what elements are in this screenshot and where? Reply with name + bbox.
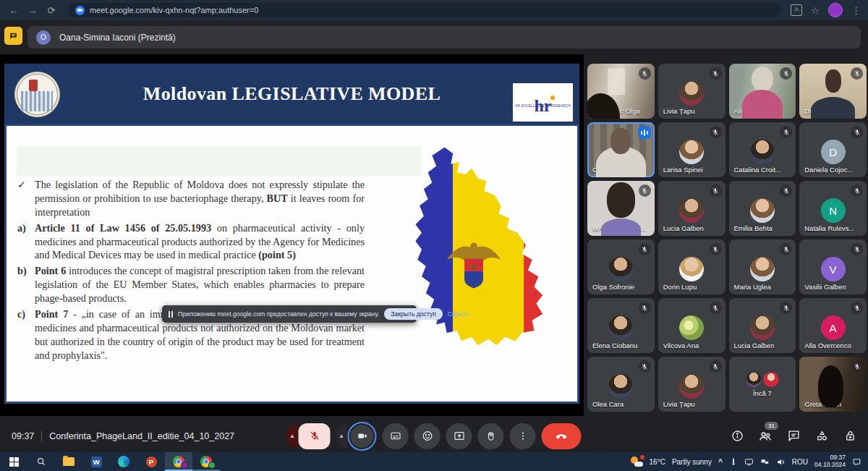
people-button[interactable]: 31 — [757, 428, 773, 444]
participant-tile[interactable]: Lucia Galben — [729, 298, 796, 353]
pause-icon[interactable] — [169, 311, 173, 318]
presenter-banner[interactable]: O Oana-Simina Iaconi (Prezintă) — [27, 26, 861, 48]
emoji-icon — [421, 430, 433, 442]
participant-tile[interactable]: Burduniuc Olga — [587, 64, 655, 119]
participant-tile[interactable]: Elena Ciobanu — [587, 298, 655, 353]
participant-tile[interactable]: DDaniela Cojoc... — [799, 122, 867, 177]
usb-device-icon[interactable] — [729, 457, 738, 466]
participant-name: Lucia Galben — [663, 224, 704, 232]
reactions-button[interactable] — [414, 423, 441, 449]
bookmark-star-icon[interactable]: ☆ — [811, 5, 820, 16]
slide-body: ✓The legislation of the Republic of Mold… — [4, 124, 579, 404]
mic-off-icon — [710, 243, 722, 255]
screen: { "browser": { "url": "meet.google.com/k… — [0, 0, 868, 471]
participant-tile[interactable]: Livia Țapu — [658, 64, 726, 119]
participant-tile[interactable]: Emilia Behta — [729, 181, 796, 236]
participant-name: MARIA EUGEN... — [592, 224, 646, 232]
cast-display-icon[interactable] — [744, 457, 754, 467]
address-bar[interactable]: meet.google.com/kiv-qxhn-nqt?amp;authuse… — [68, 3, 780, 17]
overflow-avatars — [746, 372, 778, 387]
taskbar-chrome-active[interactable] — [165, 452, 192, 471]
activities-button[interactable] — [814, 428, 830, 444]
mic-off-icon — [639, 67, 651, 80]
participant-initial-avatar: D — [821, 140, 846, 164]
network-icon[interactable] — [760, 457, 770, 467]
folder-icon — [63, 457, 75, 466]
word-icon: W — [91, 457, 102, 467]
weather-temp[interactable]: 16°C — [650, 458, 665, 466]
participant-name: Maria Uglea — [734, 283, 771, 291]
reload-icon[interactable]: ⟳ — [45, 5, 58, 16]
participant-tile[interactable]: Vilcova Ana — [658, 298, 726, 353]
presenter-avatar: O — [36, 30, 51, 45]
back-icon[interactable]: ← — [7, 5, 20, 16]
participant-tile[interactable]: Oana-Simina I... — [587, 122, 655, 177]
people-icon — [758, 429, 773, 444]
browser-menu-icon[interactable]: ⋮ — [851, 5, 861, 16]
taskbar-chrome-second[interactable] — [192, 452, 220, 471]
participant-tile[interactable]: AAlla Overcenco — [799, 298, 867, 353]
browser-profile-avatar[interactable] — [828, 3, 843, 17]
participant-grid: Burduniuc OlgaLivia ȚapuAlina FerdohlebD… — [587, 64, 867, 412]
participant-tile[interactable]: NNatalia Rulevs... — [799, 181, 867, 236]
forward-icon[interactable]: → — [26, 5, 39, 16]
raise-hand-icon — [485, 430, 497, 442]
host-controls-button[interactable] — [842, 428, 858, 444]
participant-tile[interactable]: Livia Țapu — [658, 357, 726, 412]
slide-title: Moldovan LEGISLATIVE MODEL — [143, 83, 441, 105]
action-center-icon[interactable] — [852, 457, 861, 467]
taskbar-edge[interactable] — [110, 452, 137, 471]
camera-button[interactable] — [351, 425, 374, 448]
chat-button[interactable] — [786, 428, 801, 444]
mic-mute-button[interactable] — [299, 423, 331, 449]
captions-button[interactable] — [383, 423, 409, 449]
participant-tile[interactable]: Alina Ferdohleb — [729, 64, 796, 119]
taskbar-file-explorer[interactable] — [55, 452, 82, 471]
raise-hand-button[interactable] — [478, 423, 504, 449]
info-icon — [731, 429, 744, 443]
participant-tile[interactable]: Maria Uglea — [729, 239, 796, 294]
participant-avatar — [679, 198, 704, 223]
stop-sharing-button[interactable]: Закрыть доступ — [384, 308, 443, 320]
taskbar-search-button[interactable] — [27, 452, 55, 471]
slide-bullet: a)Article 11 of Law 1456 of 25.05.1993 o… — [17, 221, 365, 263]
taskbar-clock[interactable]: 09:37 04.10.2024 — [814, 454, 846, 469]
info-button[interactable] — [729, 428, 745, 444]
taskbar-powerpoint[interactable]: P — [137, 452, 165, 471]
participant-tile[interactable]: Olga Sofronie — [587, 239, 655, 294]
camera-options-chevron-icon[interactable]: ▲ — [336, 424, 347, 448]
participant-tile[interactable]: Olea Cara — [587, 357, 655, 412]
participant-tile[interactable]: Larisa Spinei — [658, 122, 726, 177]
taskbar-word[interactable]: W — [82, 452, 110, 471]
annotation-extension-icon[interactable] — [4, 27, 22, 45]
participant-tile[interactable]: Încă 7 — [729, 357, 796, 412]
meet-window: O Oana-Simina Iaconi (Prezintă) Moldovan… — [0, 20, 868, 452]
present-screen-button[interactable] — [446, 423, 472, 449]
participant-tile[interactable]: Dorin Lupu — [658, 239, 726, 294]
participant-name: Dorin Lupu — [663, 283, 697, 291]
translate-icon[interactable]: A — [791, 4, 802, 16]
end-call-button[interactable] — [542, 423, 582, 449]
tray-expand-icon[interactable]: ^ — [718, 458, 723, 466]
more-options-button[interactable] — [510, 423, 536, 449]
captions-icon — [389, 430, 401, 442]
participant-tile[interactable]: Greta Balan — [799, 357, 867, 412]
participant-avatar — [750, 315, 775, 340]
start-button[interactable] — [0, 452, 27, 471]
participant-tile[interactable]: Dmitri Iunac — [799, 64, 867, 119]
weather-desc[interactable]: Partly sunny — [672, 458, 712, 466]
system-tray: 16°C Partly sunny ^ ROU 09:37 04.10.2024 — [631, 454, 868, 469]
volume-icon[interactable] — [776, 457, 786, 467]
screen-share-notice: Приложению meet.google.com предоставлен … — [162, 305, 417, 323]
language-indicator[interactable]: ROU — [792, 458, 808, 466]
participant-tile[interactable]: Lucia Galben — [658, 181, 726, 236]
mic-options-chevron-icon[interactable]: ▲ — [287, 424, 298, 448]
mic-off-icon — [851, 243, 863, 255]
participant-tile[interactable]: Catalina Croit... — [729, 122, 796, 177]
participant-name: Natalia Rulevs... — [804, 224, 854, 232]
participant-tile[interactable]: VVasilii Galben — [799, 239, 867, 294]
hide-notice-link[interactable]: Скрыть — [448, 310, 469, 318]
participant-tile[interactable]: MARIA EUGEN... — [587, 181, 655, 236]
weather-icon[interactable] — [631, 457, 643, 467]
mic-off-icon — [851, 360, 863, 373]
